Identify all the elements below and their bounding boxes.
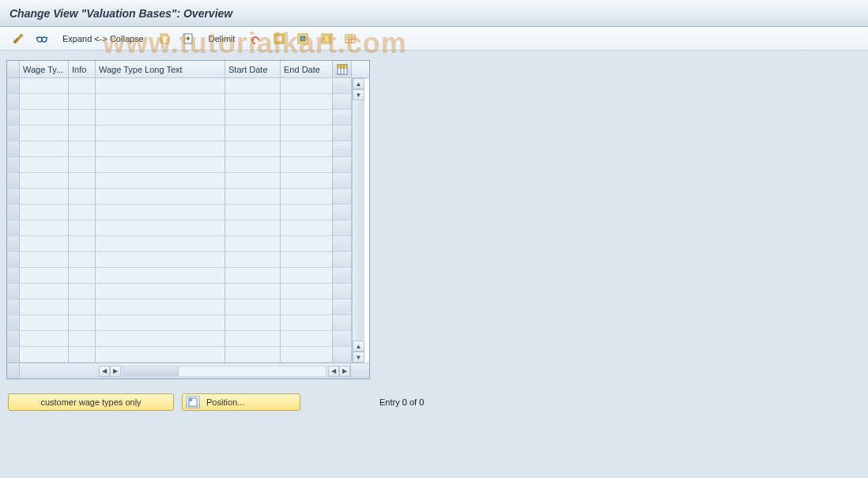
cell-start[interactable] [225, 268, 281, 283]
table-row[interactable] [7, 173, 352, 189]
cell-wage[interactable] [20, 173, 69, 188]
cell-long[interactable] [96, 205, 225, 220]
scroll-down-small-arrow[interactable]: ▼ [353, 89, 364, 100]
col-header-wage[interactable]: Wage Ty... [20, 61, 69, 77]
cell-long[interactable] [96, 236, 225, 251]
cell-end[interactable] [281, 220, 333, 235]
cell-long[interactable] [96, 299, 225, 314]
row-selector[interactable] [7, 252, 20, 267]
table-row[interactable] [7, 110, 352, 126]
table-row[interactable] [7, 299, 352, 315]
col-header-info[interactable]: Info [69, 61, 96, 77]
cell-wage[interactable] [20, 299, 69, 314]
cell-long[interactable] [96, 173, 225, 188]
row-selector[interactable] [7, 315, 20, 330]
deselect-all-button[interactable] [316, 31, 337, 47]
hscroll-track[interactable] [123, 366, 326, 377]
cell-info[interactable] [69, 173, 96, 188]
cell-start[interactable] [225, 189, 281, 204]
scroll-down-arrow[interactable]: ▼ [353, 352, 364, 363]
cell-long[interactable] [96, 252, 225, 267]
table-row[interactable] [7, 268, 352, 284]
cell-info[interactable] [69, 315, 96, 330]
vertical-scrollbar[interactable]: ▲ ▼ ▲ ▼ [352, 78, 364, 363]
cell-info[interactable] [69, 94, 96, 109]
table-row[interactable] [7, 236, 352, 252]
table-row[interactable] [7, 94, 352, 110]
table-row[interactable] [7, 205, 352, 220]
cell-long[interactable] [96, 284, 225, 299]
cell-info[interactable] [69, 347, 96, 362]
table-row[interactable] [7, 126, 352, 141]
cell-end[interactable] [281, 189, 333, 204]
row-selector[interactable] [7, 110, 20, 125]
cell-start[interactable] [225, 236, 281, 251]
row-selector[interactable] [7, 78, 20, 93]
scroll-left-arrow[interactable]: ◀ [99, 366, 110, 377]
cell-long[interactable] [96, 126, 225, 141]
cell-long[interactable] [96, 268, 225, 283]
cell-start[interactable] [225, 331, 281, 346]
other-view-button[interactable] [8, 31, 28, 47]
cell-end[interactable] [281, 284, 333, 299]
cell-wage[interactable] [20, 331, 69, 346]
row-selector[interactable] [7, 94, 20, 109]
col-configure[interactable] [333, 61, 352, 77]
col-header-long[interactable]: Wage Type Long Text [96, 61, 225, 77]
table-row[interactable] [7, 284, 352, 299]
col-header-start[interactable]: Start Date [225, 61, 281, 77]
cell-info[interactable] [69, 284, 96, 299]
cell-end[interactable] [281, 347, 333, 362]
cell-end[interactable] [281, 78, 333, 93]
scroll-right-inner-arrow[interactable]: ▶ [110, 366, 121, 377]
cell-long[interactable] [96, 94, 225, 109]
cell-start[interactable] [225, 252, 281, 267]
scroll-right-arrow[interactable]: ▶ [339, 366, 350, 377]
table-row[interactable] [7, 189, 352, 205]
table-row[interactable] [7, 347, 352, 363]
cell-end[interactable] [281, 141, 333, 156]
row-selector[interactable] [7, 141, 20, 156]
cell-start[interactable] [225, 126, 281, 141]
table-row[interactable] [7, 315, 352, 331]
cell-end[interactable] [281, 299, 333, 314]
cell-end[interactable] [281, 173, 333, 188]
table-row[interactable] [7, 157, 352, 173]
paste-button[interactable] [178, 31, 198, 47]
cell-info[interactable] [69, 331, 96, 346]
undo-button[interactable] [245, 31, 266, 47]
cell-start[interactable] [225, 173, 281, 188]
cell-end[interactable] [281, 331, 333, 346]
cell-end[interactable] [281, 268, 333, 283]
cell-wage[interactable] [20, 110, 69, 125]
cell-wage[interactable] [20, 126, 69, 141]
cell-wage[interactable] [20, 315, 69, 330]
cell-end[interactable] [281, 126, 333, 141]
cell-long[interactable] [96, 220, 225, 235]
cell-start[interactable] [225, 284, 281, 299]
cell-start[interactable] [225, 205, 281, 220]
cell-info[interactable] [69, 205, 96, 220]
select-all-button[interactable] [269, 31, 289, 47]
cell-wage[interactable] [20, 220, 69, 235]
cell-wage[interactable] [20, 347, 69, 362]
cell-end[interactable] [281, 157, 333, 172]
row-selector[interactable] [7, 173, 20, 188]
cell-info[interactable] [69, 110, 96, 125]
cell-end[interactable] [281, 110, 333, 125]
cell-start[interactable] [225, 110, 281, 125]
table-row[interactable] [7, 78, 352, 94]
row-selector[interactable] [7, 347, 20, 362]
table-settings-button[interactable] [340, 31, 360, 47]
cell-long[interactable] [96, 347, 225, 362]
cell-long[interactable] [96, 331, 225, 346]
cell-end[interactable] [281, 252, 333, 267]
cell-wage[interactable] [20, 157, 69, 172]
cell-start[interactable] [225, 141, 281, 156]
scroll-left-end-arrow[interactable]: ◀ [328, 366, 339, 377]
cell-info[interactable] [69, 78, 96, 93]
copy-button[interactable] [154, 31, 175, 47]
expand-collapse-button[interactable]: Expand <-> Collapse [55, 31, 151, 47]
cell-info[interactable] [69, 299, 96, 314]
col-header-end[interactable]: End Date [281, 61, 333, 77]
